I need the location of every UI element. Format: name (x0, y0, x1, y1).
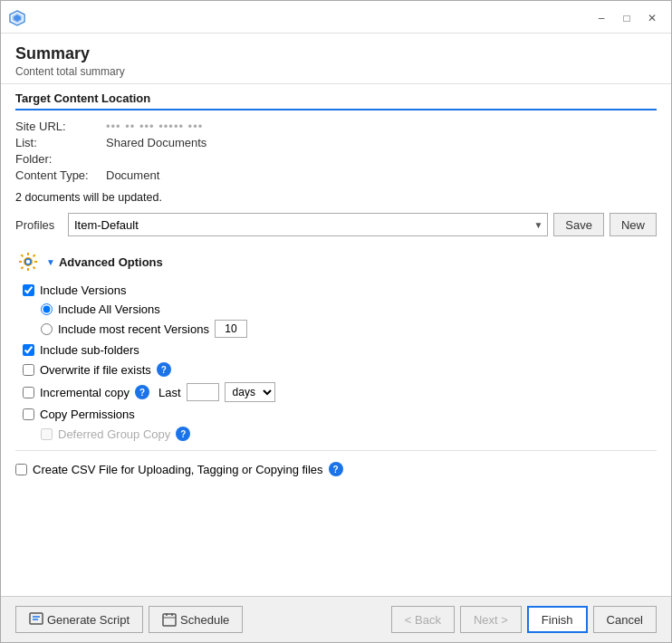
days-select[interactable]: days (225, 382, 275, 402)
recent-versions-radio[interactable] (41, 323, 53, 335)
new-button[interactable]: New (610, 213, 657, 236)
advanced-options-section: ▼ Advanced Options Include Versions Incl… (15, 249, 657, 441)
site-url-value: ••• •• ••• ••••• ••• (106, 120, 657, 133)
content-type-value: Document (106, 168, 657, 182)
list-value: Shared Documents (106, 136, 657, 149)
main-window: – □ ✕ Summary Content total summary Targ… (0, 0, 672, 643)
content-area: Target Content Location Site URL: ••• ••… (1, 83, 671, 596)
all-versions-label: Include All Versions (58, 302, 160, 316)
location-info-grid: Site URL: ••• •• ••• ••••• ••• List: Sha… (15, 120, 657, 182)
window-controls: – □ ✕ (590, 8, 664, 28)
generate-script-label: Generate Script (47, 613, 130, 627)
schedule-icon (162, 612, 177, 627)
csv-row: Create CSV File for Uploading, Tagging o… (15, 450, 657, 484)
page-title: Summary (15, 44, 657, 63)
generate-script-icon (29, 612, 43, 627)
incremental-label: Incremental copy (40, 386, 130, 399)
list-label: List: (15, 136, 106, 149)
recent-versions-label: Include most recent Versions (58, 322, 209, 336)
profiles-label: Profiles (15, 218, 62, 232)
footer: Generate Script Schedule < Back Next > (1, 596, 671, 642)
cancel-button[interactable]: Cancel (593, 606, 657, 633)
copy-permissions-label: Copy Permissions (40, 408, 135, 421)
incremental-help-icon[interactable]: ? (135, 385, 149, 399)
advanced-toggle[interactable]: ▼ Advanced Options (46, 255, 163, 269)
page-header: Summary Content total summary (1, 34, 671, 83)
all-versions-radio[interactable] (41, 303, 53, 315)
csv-help-icon[interactable]: ? (329, 462, 343, 476)
include-versions-row: Include Versions (23, 283, 657, 297)
all-versions-row: Include All Versions (41, 302, 657, 316)
finish-button[interactable]: Finish (527, 606, 588, 633)
page-subtitle: Content total summary (15, 65, 657, 78)
finish-label: Finish (542, 613, 573, 627)
deferred-group-checkbox[interactable] (41, 428, 53, 440)
incremental-row: Incremental copy ? Last days (23, 382, 657, 402)
deferred-group-row: Deferred Group Copy ? (23, 427, 657, 441)
advanced-header: ▼ Advanced Options (15, 249, 657, 274)
collapse-icon: ▼ (46, 257, 55, 267)
app-icon (8, 9, 26, 27)
title-bar: – □ ✕ (1, 1, 671, 34)
include-versions-label: Include Versions (40, 283, 126, 297)
svg-point-4 (25, 259, 31, 264)
include-subfolders-checkbox[interactable] (23, 344, 34, 356)
folder-value (106, 152, 657, 166)
incremental-checkbox[interactable] (23, 387, 34, 398)
minimize-button[interactable]: – (590, 8, 613, 28)
update-notice: 2 documents will be updated. (15, 191, 657, 204)
include-versions-checkbox[interactable] (23, 284, 34, 296)
target-location-section: Target Content Location Site URL: ••• ••… (15, 91, 657, 236)
last-label: Last (158, 386, 181, 399)
recent-versions-row: Include most recent Versions (41, 320, 657, 338)
deferred-group-help-icon[interactable]: ? (176, 427, 190, 441)
schedule-label: Schedule (180, 613, 229, 627)
footer-right: < Back Next > Finish Cancel (391, 606, 657, 633)
close-button[interactable]: ✕ (640, 8, 664, 28)
profiles-select-wrapper: Item-Default ▼ (68, 213, 548, 236)
maximize-button[interactable]: □ (615, 8, 638, 28)
overwrite-checkbox[interactable] (23, 364, 34, 376)
next-label: Next > (474, 613, 508, 627)
overwrite-row: Overwrite if file exists ? (23, 362, 657, 377)
versions-radio-group: Include All Versions Include most recent… (23, 302, 657, 338)
svg-rect-5 (30, 613, 43, 624)
advanced-title: Advanced Options (59, 255, 163, 269)
generate-script-button[interactable]: Generate Script (15, 606, 143, 633)
target-location-title: Target Content Location (15, 91, 657, 110)
back-label: < Back (405, 613, 441, 627)
gear-icon (15, 249, 41, 274)
content-type-label: Content Type: (15, 168, 106, 182)
folder-label: Folder: (15, 152, 106, 166)
csv-label: Create CSV File for Uploading, Tagging o… (33, 463, 323, 476)
spacer (15, 484, 657, 502)
svg-rect-8 (163, 614, 176, 626)
overwrite-help-icon[interactable]: ? (157, 362, 171, 377)
footer-left: Generate Script Schedule (15, 606, 243, 633)
copy-permissions-row: Copy Permissions (23, 408, 657, 421)
save-button[interactable]: Save (553, 213, 604, 236)
overwrite-label: Overwrite if file exists (40, 363, 151, 377)
back-button[interactable]: < Back (391, 606, 455, 633)
schedule-button[interactable]: Schedule (149, 606, 243, 633)
site-url-label: Site URL: (15, 120, 106, 133)
recent-versions-count-input[interactable] (215, 320, 247, 338)
csv-checkbox[interactable] (15, 464, 27, 475)
include-subfolders-label: Include sub-folders (40, 343, 139, 357)
next-button[interactable]: Next > (460, 606, 522, 633)
cancel-label: Cancel (607, 613, 643, 627)
incremental-days-input[interactable] (187, 383, 219, 401)
subfolders-row: Include sub-folders (23, 343, 657, 357)
profiles-select[interactable]: Item-Default (68, 213, 548, 236)
options-container: Include Versions Include All Versions In… (15, 283, 657, 441)
deferred-group-label: Deferred Group Copy (58, 427, 170, 441)
copy-permissions-checkbox[interactable] (23, 408, 34, 420)
profiles-row: Profiles Item-Default ▼ Save New (15, 213, 657, 236)
